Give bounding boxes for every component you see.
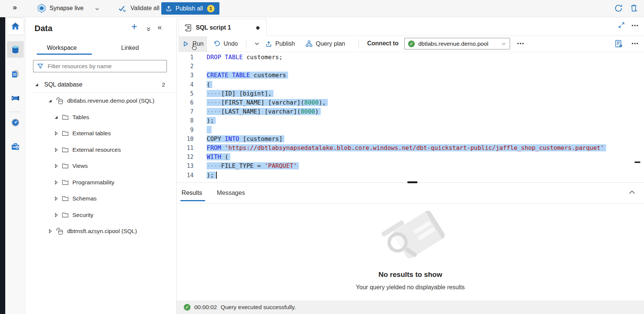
- toolbar-overflow-button[interactable]: •••: [632, 40, 639, 46]
- code-line[interactable]: 1DROP TABLE customers;: [177, 53, 644, 62]
- code-line[interactable]: 3CREATE TABLE customers: [177, 71, 644, 80]
- unsaved-indicator: [256, 26, 260, 30]
- discard-all-icon[interactable]: [629, 3, 639, 13]
- code-line[interactable]: 4(: [177, 80, 644, 89]
- double-chevron-down-icon[interactable]: [146, 26, 152, 32]
- tree-row[interactable]: SQL database 2: [26, 76, 176, 93]
- gauge-icon: [11, 118, 20, 127]
- pool-select-dropdown[interactable]: ✓ dbtlabs.revenue.demo.pool: [404, 38, 510, 49]
- validate-all-button[interactable]: Validate all: [131, 5, 159, 12]
- tree-item-label: External tables: [72, 130, 111, 137]
- expand-panels-icon[interactable]: »: [13, 3, 17, 12]
- nav-data-button[interactable]: [7, 41, 24, 58]
- code-line[interactable]: 10COPY INTO [customers]: [177, 135, 644, 144]
- properties-icon[interactable]: [614, 39, 624, 49]
- tab-messages[interactable]: Messages: [217, 189, 245, 196]
- nav-manage-button[interactable]: [7, 138, 24, 155]
- toolbar-separator: [359, 39, 359, 48]
- tree-caret-icon[interactable]: [47, 98, 53, 104]
- nav-monitor-button[interactable]: [7, 114, 24, 131]
- tree-caret-icon[interactable]: [53, 196, 59, 202]
- collapse-results-chevron-up-icon[interactable]: [627, 188, 636, 197]
- tree-row[interactable]: Programmability: [26, 174, 176, 191]
- tab-linked[interactable]: Linked: [121, 45, 139, 51]
- tree-item-label: Tables: [72, 114, 89, 121]
- tree-caret-icon[interactable]: [53, 147, 59, 153]
- tab-workspace[interactable]: Workspace: [47, 45, 77, 51]
- tree-row[interactable]: Tables: [26, 109, 176, 126]
- tab-sql-script-1[interactable]: SQL script 1: [178, 19, 267, 36]
- sql-code-editor[interactable]: 1DROP TABLE customers;23CREATE TABLE cus…: [177, 52, 644, 182]
- code-line[interactable]: 11FROM 'https://dbtlabsynapsedatalake.bl…: [177, 144, 644, 153]
- sql-pool-icon: [56, 97, 64, 105]
- toolbar-more-button[interactable]: •••: [517, 40, 525, 46]
- code-line[interactable]: 2: [177, 62, 644, 71]
- success-check-icon: ✓: [184, 304, 191, 311]
- tree-caret-icon[interactable]: [34, 82, 40, 88]
- nav-home-button[interactable]: [7, 18, 24, 34]
- pipeline-icon: [11, 93, 20, 103]
- upload-icon: [165, 5, 172, 12]
- status-message: Query executed successfully.: [221, 304, 296, 311]
- filter-input[interactable]: [47, 63, 163, 70]
- code-line[interactable]: 6····[FIRST_NAME] [varchar](8000),: [177, 98, 644, 107]
- expand-editor-icon[interactable]: [618, 21, 625, 29]
- code-line[interactable]: 13····FILE_TYPE = 'PARQUET': [177, 161, 644, 170]
- add-resource-button[interactable]: +: [131, 22, 137, 32]
- code-line[interactable]: 8);: [177, 116, 644, 125]
- undo-icon: [213, 40, 221, 48]
- publish-all-label: Publish all: [176, 5, 203, 12]
- overview-ruler-cursor-mark: [635, 161, 640, 163]
- chevron-down-icon[interactable]: [95, 6, 100, 12]
- tab-results[interactable]: Results: [182, 189, 202, 196]
- run-options-chevron[interactable]: [250, 36, 264, 52]
- code-line[interactable]: 12WITH (: [177, 153, 644, 161]
- empty-state-title: No results to show: [177, 271, 644, 279]
- tree-caret-icon[interactable]: [53, 114, 59, 120]
- tree-caret-icon[interactable]: [53, 130, 59, 136]
- tree-caret-icon[interactable]: [53, 212, 59, 218]
- undo-label: Undo: [224, 40, 238, 47]
- tree-item-label: Security: [72, 212, 93, 218]
- tree-row[interactable]: External resources: [26, 142, 176, 158]
- tree-item-label: dbtlabs.revenue.demo.pool (SQL): [67, 97, 155, 104]
- refresh-button[interactable]: [614, 3, 623, 13]
- tree-item-label: SQL database: [44, 81, 83, 88]
- code-line[interactable]: 14);: [177, 171, 644, 180]
- tab-more-button[interactable]: •••: [632, 22, 639, 28]
- tree-item-label: Views: [72, 163, 88, 169]
- publish-all-button[interactable]: Publish all 1: [161, 2, 219, 15]
- publish-button[interactable]: Publish: [265, 36, 295, 52]
- code-line[interactable]: 9: [177, 126, 644, 135]
- nav-develop-button[interactable]: [7, 66, 24, 82]
- tree-caret-icon[interactable]: [53, 163, 59, 169]
- mode-selector-label[interactable]: Synapse live: [50, 5, 84, 12]
- tree-row[interactable]: dbtmsft.azsyn.cipool (SQL): [26, 223, 176, 240]
- sql-pool-icon: [56, 227, 64, 235]
- empty-state-subtitle: Your query yielded no displayable result…: [177, 284, 644, 291]
- collapse-panel-icon[interactable]: «: [158, 23, 162, 31]
- undo-button[interactable]: Undo: [213, 36, 238, 52]
- pool-name: dbtlabs.revenue.demo.pool: [418, 40, 498, 47]
- query-plan-button[interactable]: Query plan: [305, 36, 345, 52]
- tree-row[interactable]: dbtlabs.revenue.demo.pool (SQL): [26, 93, 176, 109]
- tree-row[interactable]: Schemas: [26, 191, 176, 207]
- nav-integrate-button[interactable]: [7, 90, 24, 106]
- tree-row[interactable]: Security: [26, 207, 176, 223]
- tree-row[interactable]: Views: [26, 158, 176, 175]
- tree-caret-icon[interactable]: [53, 179, 59, 185]
- code-line[interactable]: 7····[LAST_NAME] [varchar](8000): [177, 107, 644, 116]
- code-line[interactable]: 5····[ID] [bigint],: [177, 89, 644, 98]
- splitter-drag-handle[interactable]: [407, 181, 417, 183]
- folder-icon: [62, 179, 69, 186]
- folder-icon: [62, 211, 69, 219]
- query-plan-label: Query plan: [316, 40, 345, 47]
- tree-caret-icon[interactable]: [47, 228, 53, 234]
- tree-row[interactable]: External tables: [26, 126, 176, 142]
- status-time: 00:00:02: [194, 304, 217, 311]
- synapse-studio-window: » Synapse live Validate all Publish all …: [0, 0, 644, 314]
- query-status-bar: ✓ 00:00:02 Query executed successfully.: [177, 301, 644, 314]
- folder-icon: [62, 114, 69, 121]
- filter-box: [33, 60, 167, 72]
- data-panel: Data + « Workspace Linked: [26, 17, 177, 314]
